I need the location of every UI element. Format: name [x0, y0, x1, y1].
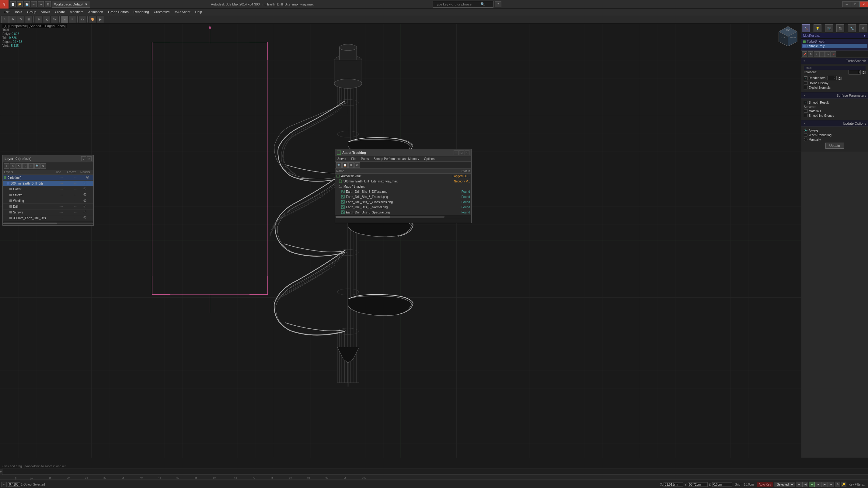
- display-panel-tab[interactable]: 🎬: [836, 24, 844, 32]
- menu-maxscript[interactable]: MAXScript: [172, 8, 193, 15]
- next-frame-button[interactable]: ▶: [822, 482, 828, 487]
- manually-radio[interactable]: [804, 138, 807, 141]
- iterations-input[interactable]: [848, 70, 861, 74]
- menu-modifiers[interactable]: Modifiers: [67, 8, 86, 15]
- new-file-button[interactable]: 📄: [10, 1, 16, 7]
- timeline-ruler[interactable]: [2, 468, 868, 475]
- materials-checkbox[interactable]: [804, 109, 807, 113]
- auto-key-button[interactable]: Auto Key: [757, 482, 773, 487]
- x-coord-input[interactable]: [663, 482, 683, 487]
- surface-params-rollout-header[interactable]: Surface Parameters: [801, 92, 868, 99]
- asset-scrollbar[interactable]: [335, 215, 471, 218]
- selection-mode-dropdown[interactable]: Selected: [774, 482, 795, 487]
- layer-row-300mm[interactable]: 300mm_Earth_Drill_Bits ---- ----: [3, 215, 93, 221]
- asset-btn-3[interactable]: ⚙: [348, 162, 354, 168]
- asset-row-diffuse[interactable]: Earth_Drill_Bits_3_Diffuse.png Found: [335, 189, 471, 194]
- save-file-button[interactable]: 💾: [24, 1, 30, 7]
- timeline-expand-btn[interactable]: ▶: [0, 468, 2, 475]
- layer-find-button[interactable]: 🔍: [34, 163, 40, 169]
- when-rendering-radio[interactable]: [804, 133, 807, 137]
- asset-row-vault[interactable]: Autodesk Vault Logged Ou...: [335, 174, 471, 179]
- menu-graph-editors[interactable]: Graph Editors: [105, 8, 131, 15]
- render-iters-spinner[interactable]: ▲▼: [838, 77, 841, 80]
- select-button[interactable]: ↖: [1, 16, 8, 23]
- modifier-panel-tab[interactable]: 🔨: [802, 24, 810, 32]
- utilities-panel-tab[interactable]: 🔧: [848, 24, 856, 32]
- move-button[interactable]: ✥: [9, 16, 17, 23]
- asset-scrollbar-thumb[interactable]: [336, 216, 390, 218]
- timeline-number-ruler[interactable]: 5 10 15 20 25 30 35 40 45 50 55 60 65 70…: [0, 475, 868, 480]
- pin-stack-button[interactable]: 📌: [802, 52, 807, 57]
- search-input[interactable]: [435, 2, 480, 6]
- layer-row-welding[interactable]: Welding ---- ----: [3, 198, 93, 204]
- key-filters-button[interactable]: 🔑: [841, 482, 846, 487]
- layer-manager-button[interactable]: 🗂: [79, 16, 86, 23]
- quick-render-button[interactable]: ▶: [97, 16, 104, 23]
- smoothing-groups-checkbox[interactable]: [804, 114, 807, 117]
- layer-scrollbar-thumb[interactable]: [3, 223, 57, 224]
- menu-tools[interactable]: Tools: [12, 8, 25, 15]
- iterations-spinner[interactable]: ▲ ▼: [862, 71, 866, 74]
- viewport-cube[interactable]: TOP RIGHT LEFT: [777, 25, 799, 46]
- layer-row-cutter[interactable]: Cutter ---- ----: [3, 186, 93, 192]
- prev-frame-button[interactable]: ◀: [802, 482, 808, 487]
- layer-panel-close[interactable]: ✕: [87, 156, 92, 161]
- snap-toggle[interactable]: ⊕: [35, 16, 42, 23]
- play-button[interactable]: ▶: [809, 482, 815, 487]
- menu-rendering[interactable]: Rendering: [131, 8, 152, 15]
- layer-panel-scrollbar[interactable]: [3, 221, 93, 225]
- asset-menu-file[interactable]: File: [349, 156, 359, 161]
- menu-group[interactable]: Group: [25, 8, 39, 15]
- asset-scrollbar-track[interactable]: [336, 216, 444, 218]
- asset-menu-paths[interactable]: Paths: [359, 156, 371, 161]
- explicit-normals-checkbox[interactable]: [804, 86, 807, 89]
- layer-row-default[interactable]: 0 (default) ---- ----: [3, 175, 93, 181]
- last-frame-button[interactable]: ⏭: [828, 482, 834, 487]
- remove-modifier-button[interactable]: ✕: [831, 52, 836, 57]
- asset-row-normal[interactable]: Earth_Drill_Bits_3_Normal.png Found: [335, 205, 471, 210]
- modifier-turbosmooth[interactable]: TurboSmooth: [802, 39, 867, 44]
- layer-delete-button[interactable]: ✕: [10, 163, 16, 169]
- rotate-button[interactable]: ↻: [17, 16, 24, 23]
- minimize-button[interactable]: ─: [842, 1, 851, 7]
- always-radio[interactable]: [804, 129, 807, 132]
- search-box[interactable]: 🔍: [433, 1, 494, 8]
- undo-button[interactable]: ↩: [31, 1, 37, 7]
- make-unique-button[interactable]: ◇: [825, 52, 831, 57]
- angle-snap[interactable]: ∡: [43, 16, 50, 23]
- asset-menu-server[interactable]: Server: [335, 156, 349, 161]
- move-up-button[interactable]: ↑: [813, 52, 819, 57]
- smooth-result-checkbox[interactable]: [804, 101, 807, 104]
- z-coord-input[interactable]: [712, 482, 732, 487]
- asset-menu-options[interactable]: Options: [422, 156, 437, 161]
- asset-row-specular[interactable]: Earth_Drill_Bits_3_Specular.png Found: [335, 210, 471, 215]
- asset-btn-4[interactable]: 🗂: [354, 162, 360, 168]
- asset-panel-maximize[interactable]: □: [459, 150, 464, 155]
- scale-button[interactable]: ⊞: [25, 16, 32, 23]
- update-options-rollout-header[interactable]: Update Options: [801, 121, 868, 127]
- layer-move-button[interactable]: →: [22, 163, 28, 169]
- viewport-area[interactable]: [0, 24, 801, 458]
- layer-add-button[interactable]: +: [4, 163, 9, 169]
- asset-btn-2[interactable]: 📋: [342, 162, 348, 168]
- layer-row-screws[interactable]: Screws ---- ----: [3, 209, 93, 215]
- redo-button[interactable]: ↪: [38, 1, 44, 7]
- configure-button[interactable]: ⚙: [808, 52, 813, 57]
- settings-panel-tab[interactable]: ⚙: [860, 24, 867, 32]
- asset-row-glossiness[interactable]: Earth_Drill_Bits_3_Glossiness.png Found: [335, 199, 471, 205]
- mirror-button[interactable]: ⊿: [61, 16, 68, 23]
- time-config-button[interactable]: ⏱: [835, 482, 840, 487]
- layer-row-stiletto[interactable]: Stiletto ---- ----: [3, 192, 93, 198]
- asset-row-fresnel[interactable]: Earth_Drill_Bits_3_Fresnel.png Found: [335, 194, 471, 199]
- layer-panel-help[interactable]: ?: [81, 156, 86, 161]
- layer-select-button[interactable]: ↖: [16, 163, 22, 169]
- menu-customize[interactable]: Customize: [152, 8, 172, 15]
- render-iters-input[interactable]: [828, 76, 837, 80]
- render-button[interactable]: 🎨: [89, 16, 96, 23]
- move-down-button[interactable]: ↓: [819, 52, 825, 57]
- asset-row-maps[interactable]: Maps / Shaders: [335, 184, 471, 189]
- key-mode-button[interactable]: ⊙: [1, 482, 7, 487]
- layer-row-drill-bits[interactable]: 300mm_Earth_Drill_Bits ---- ----: [3, 181, 93, 186]
- isoline-checkbox[interactable]: [804, 81, 807, 85]
- layer-scrollbar-track[interactable]: [3, 223, 93, 224]
